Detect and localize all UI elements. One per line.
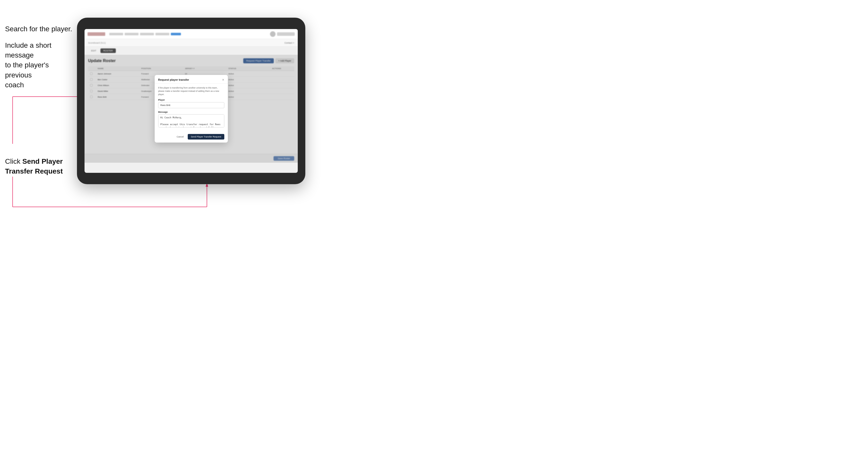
message-label: Message (158, 111, 224, 113)
tab-roster: ROSTER (100, 49, 116, 53)
annotation-message-text: Include a short message to the player's … (5, 40, 73, 90)
user-avatar (270, 31, 276, 37)
main-content: Update Roster Request Player Transfer + … (85, 55, 298, 163)
transfer-modal: Request player transfer × If the player … (155, 75, 228, 142)
message-textarea[interactable] (158, 114, 224, 127)
nav-blog (171, 33, 181, 35)
annotation-click-text: Click Send Player Transfer Request (5, 156, 73, 176)
app-header (85, 29, 298, 39)
tab-edit: EDIT (88, 49, 99, 53)
app-logo (88, 32, 105, 36)
breadcrumb-right: Contact > (284, 42, 294, 44)
modal-overlay: Request player transfer × If the player … (85, 55, 298, 163)
header-right (270, 31, 295, 37)
tablet-screen: Scoreboard (511) Contact > EDIT ROSTER U… (85, 29, 298, 173)
cancel-button[interactable]: Cancel (175, 134, 186, 139)
nav-players (155, 33, 169, 35)
player-input[interactable] (158, 102, 224, 108)
modal-footer: Cancel Send Player Transfer Request (155, 132, 228, 143)
modal-description: If the player is transferring from anoth… (158, 86, 224, 96)
player-label: Player (158, 99, 224, 101)
annotation-search-text: Search for the player. (5, 24, 72, 34)
header-action-btn (277, 32, 295, 36)
nav-teams (125, 33, 138, 35)
breadcrumb-bar: Scoreboard (511) Contact > (85, 39, 298, 47)
modal-header: Request player transfer × (155, 75, 228, 84)
nav-tournaments (109, 33, 123, 35)
header-nav (109, 33, 181, 35)
tablet-frame: Scoreboard (511) Contact > EDIT ROSTER U… (77, 18, 305, 184)
modal-title: Request player transfer (158, 78, 189, 81)
modal-body: If the player is transferring from anoth… (155, 84, 228, 132)
nav-rosters (140, 33, 154, 35)
tab-bar: EDIT ROSTER (85, 47, 298, 55)
send-transfer-button[interactable]: Send Player Transfer Request (188, 134, 224, 139)
modal-close-button[interactable]: × (222, 78, 224, 82)
breadcrumb-text: Scoreboard (511) (88, 42, 106, 44)
